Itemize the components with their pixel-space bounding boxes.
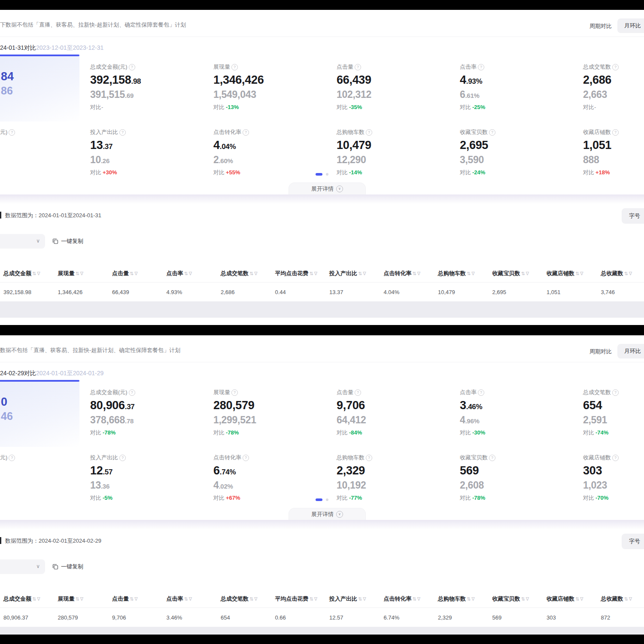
help-icon[interactable]: ? (355, 389, 361, 396)
sort-icon[interactable]: ⇅ (130, 596, 134, 602)
expand-details-button[interactable]: 展开详情 ∨ (289, 508, 366, 520)
help-icon[interactable]: ? (478, 389, 484, 396)
metric-card-ctr[interactable]: 点击率? 3.46% 4.96% 对比-30% (460, 389, 576, 437)
sort-icon[interactable]: ⇅ (358, 596, 362, 602)
filter-icon[interactable]: ∇ (471, 271, 474, 276)
carousel-dot[interactable] (326, 498, 328, 501)
help-icon[interactable]: ? (366, 455, 372, 461)
help-icon[interactable]: ? (612, 129, 619, 136)
help-icon[interactable]: ? (612, 64, 619, 70)
date-compare-tab[interactable]: 24-01-31对比2023-12-01至2023-12-31 (0, 44, 103, 52)
help-icon[interactable]: ? (478, 64, 484, 70)
metric-card-impressions[interactable]: 展现量? 280,579 1,299,521 对比-78% (213, 389, 329, 437)
filter-icon[interactable]: ∇ (37, 271, 40, 276)
metric-card-gmv[interactable]: 总成交金额(元)? 80,906.37 378,668.78 对比-78% (90, 389, 206, 437)
metric-card-cutoff[interactable]: 元)? (0, 454, 26, 462)
metric-card-ctr[interactable]: 点击率? 4.93% 6.61% 对比-25% (460, 63, 576, 111)
sort-icon[interactable]: ⇅ (310, 596, 313, 602)
metric-card-shop-favorites[interactable]: 收藏店铺数? 1,051 888 对比+18% (583, 128, 644, 176)
filter-icon[interactable]: ∇ (314, 271, 317, 276)
sort-icon[interactable]: ⇅ (32, 271, 36, 276)
metric-card-carts[interactable]: 总购物车数? 10,479 12,290 对比-14% (337, 128, 453, 176)
filter-icon[interactable]: ∇ (254, 271, 257, 276)
font-size-button[interactable]: 字号 (622, 534, 644, 549)
expand-details-button[interactable]: 展开详情 ∨ (289, 182, 366, 194)
sort-icon[interactable]: ⇅ (130, 271, 134, 276)
sort-icon[interactable]: ⇅ (249, 271, 253, 276)
filter-icon[interactable]: ∇ (80, 596, 83, 602)
filter-icon[interactable]: ∇ (314, 596, 317, 602)
metric-select-dropdown[interactable]: ∨ (0, 559, 45, 574)
metric-card-item-favorites[interactable]: 收藏宝贝数? 2,695 3,590 对比-24% (460, 128, 576, 176)
help-icon[interactable]: ? (231, 64, 238, 70)
sort-icon[interactable]: ⇅ (184, 596, 188, 602)
filter-icon[interactable]: ∇ (254, 596, 257, 602)
date-compare-tab[interactable]: 24-02-29对比2024-01-01至2024-01-29 (0, 370, 103, 377)
metric-select-dropdown[interactable]: ∨ (0, 234, 45, 249)
metric-card-orders[interactable]: 总成交笔数? 2,686 2,663 对比- (583, 63, 644, 111)
help-icon[interactable]: ? (489, 129, 495, 136)
filter-icon[interactable]: ∇ (629, 596, 632, 602)
sort-icon[interactable]: ⇅ (76, 271, 79, 276)
period-compare-button[interactable]: 周期对比 (589, 22, 612, 30)
sort-icon[interactable]: ⇅ (358, 271, 362, 276)
filter-icon[interactable]: ∇ (580, 596, 583, 602)
filter-icon[interactable]: ∇ (629, 271, 632, 276)
help-icon[interactable]: ? (9, 455, 15, 461)
help-icon[interactable]: ? (612, 455, 619, 461)
help-icon[interactable]: ? (489, 455, 495, 461)
metric-card-carts[interactable]: 总购物车数? 2,329 10,192 对比-77% (337, 454, 453, 502)
help-icon[interactable]: ? (243, 455, 249, 461)
filter-icon[interactable]: ∇ (134, 271, 137, 276)
sort-icon[interactable]: ⇅ (413, 596, 416, 602)
sort-icon[interactable]: ⇅ (32, 596, 36, 602)
sort-icon[interactable]: ⇅ (249, 596, 253, 602)
help-icon[interactable]: ? (129, 64, 135, 70)
help-icon[interactable]: ? (355, 64, 361, 70)
sort-icon[interactable]: ⇅ (184, 271, 188, 276)
period-compare-button[interactable]: 周期对比 (589, 348, 612, 355)
filter-icon[interactable]: ∇ (580, 271, 583, 276)
sort-icon[interactable]: ⇅ (310, 271, 313, 276)
filter-icon[interactable]: ∇ (363, 271, 366, 276)
help-icon[interactable]: ? (119, 455, 126, 461)
filter-icon[interactable]: ∇ (37, 596, 40, 602)
filter-icon[interactable]: ∇ (189, 596, 192, 602)
carousel-dot-active[interactable] (316, 173, 322, 176)
help-icon[interactable]: ? (129, 389, 135, 396)
help-icon[interactable]: ? (366, 129, 372, 136)
sort-icon[interactable]: ⇅ (467, 596, 471, 602)
filter-icon[interactable]: ∇ (526, 271, 529, 276)
help-icon[interactable]: ? (231, 389, 238, 396)
carousel-dot[interactable] (326, 173, 328, 176)
metric-card-item-favorites[interactable]: 收藏宝贝数? 569 2,608 对比-78% (460, 454, 576, 502)
metric-card-cvr[interactable]: 点击转化率? 4.04% 2.60% 对比+55% (213, 128, 329, 176)
metric-card-cutoff[interactable]: 元)? (0, 128, 26, 136)
sort-icon[interactable]: ⇅ (521, 271, 525, 276)
filter-icon[interactable]: ∇ (363, 596, 366, 602)
filter-icon[interactable]: ∇ (417, 596, 420, 602)
sort-icon[interactable]: ⇅ (76, 596, 79, 602)
help-icon[interactable]: ? (612, 389, 619, 396)
sort-icon[interactable]: ⇅ (624, 271, 628, 276)
filter-icon[interactable]: ∇ (134, 596, 137, 602)
filter-icon[interactable]: ∇ (471, 596, 474, 602)
metric-card-clicks[interactable]: 点击量? 66,439 102,312 对比-35% (337, 63, 453, 111)
sort-icon[interactable]: ⇅ (467, 271, 471, 276)
sort-icon[interactable]: ⇅ (413, 271, 416, 276)
month-ratio-button[interactable]: 月环比 (617, 344, 644, 358)
filter-icon[interactable]: ∇ (526, 596, 529, 602)
carousel-dot-active[interactable] (316, 498, 322, 501)
sort-icon[interactable]: ⇅ (624, 596, 628, 602)
sort-icon[interactable]: ⇅ (575, 271, 579, 276)
help-icon[interactable]: ? (119, 129, 126, 136)
one-click-copy-button[interactable]: 一键复制 (52, 237, 83, 245)
metric-card-gmv[interactable]: 总成交金额(元)? 392,158.98 391,515.69 对比- (90, 63, 206, 111)
metric-card-cvr[interactable]: 点击转化率? 6.74% 4.02% 对比+67% (213, 454, 329, 502)
metric-card-orders[interactable]: 总成交笔数? 654 2,591 对比-74% (583, 389, 644, 437)
metric-card-roi[interactable]: 投入产出比? 13.37 10.26 对比+30% (90, 128, 206, 176)
metric-card-clicks[interactable]: 点击量? 9,706 64,412 对比-84% (337, 389, 453, 437)
filter-icon[interactable]: ∇ (417, 271, 420, 276)
help-icon[interactable]: ? (9, 129, 15, 136)
sort-icon[interactable]: ⇅ (521, 596, 525, 602)
